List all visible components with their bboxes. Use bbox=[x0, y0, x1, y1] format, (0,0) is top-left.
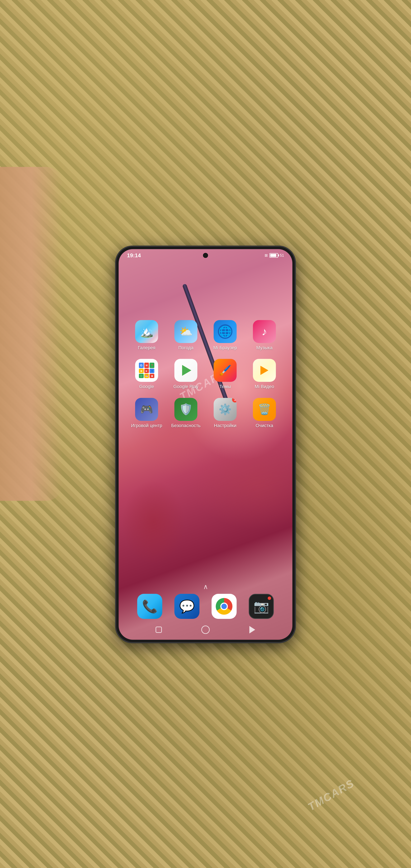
app-themes[interactable]: 🖌️ Темы bbox=[208, 359, 242, 389]
themes-symbol: 🖌️ bbox=[219, 365, 231, 376]
app-cleaner[interactable]: 🗑️ Очистка bbox=[248, 398, 281, 428]
home-icon bbox=[201, 625, 210, 634]
mi-video-icon bbox=[253, 359, 276, 382]
phone-device: TMCARS 19:14 ⊠ 51 bbox=[116, 246, 295, 643]
status-icons: ⊠ 51 bbox=[265, 253, 284, 258]
wallpaper bbox=[119, 249, 292, 640]
music-icon: ♪ bbox=[253, 320, 276, 343]
app-game-center[interactable]: 🎮 Игровой центр bbox=[130, 398, 163, 428]
game-icon: 🎮 bbox=[135, 398, 158, 421]
dock: 📞 💬 📷 bbox=[119, 594, 292, 619]
game-label: Игровой центр bbox=[131, 423, 162, 428]
settings-label: Настройки bbox=[214, 423, 236, 428]
nav-home-btn[interactable] bbox=[200, 624, 211, 636]
signal-icon: ⊠ bbox=[265, 253, 268, 258]
cleaner-label: Очистка bbox=[256, 423, 273, 428]
app-security[interactable]: 🛡️ Безопасность bbox=[169, 398, 203, 428]
chrome-dock-icon bbox=[211, 594, 237, 619]
gear-symbol: ⚙️ bbox=[219, 403, 232, 415]
battery-fill bbox=[270, 254, 276, 257]
cleaner-icon: 🗑️ bbox=[253, 398, 276, 421]
gallery-icon: 🏔️ bbox=[135, 320, 158, 343]
google-label: Google bbox=[139, 384, 154, 389]
phone-wrapper: TMCARS 19:14 ⊠ 51 bbox=[116, 246, 295, 643]
gamepad-symbol: 🎮 bbox=[140, 403, 153, 415]
nav-recents-btn[interactable] bbox=[153, 624, 165, 636]
dock-arrow: ∧ bbox=[203, 583, 208, 591]
nav-bar bbox=[119, 624, 292, 636]
play-triangle bbox=[182, 365, 191, 376]
app-row-2: G M 📍 ▦ ▶ 👤 ⬡ 📅 ◼ Google bbox=[127, 359, 284, 389]
dock-camera[interactable]: 📷 bbox=[249, 594, 274, 619]
settings-icon-container: ⚙️ 1 bbox=[214, 398, 237, 421]
play-label: Google Play bbox=[173, 384, 198, 389]
app-google[interactable]: G M 📍 ▦ ▶ 👤 ⬡ 📅 ◼ Google bbox=[130, 359, 163, 389]
weather-label: Погода bbox=[178, 345, 194, 350]
trash-symbol: 🗑️ bbox=[258, 403, 271, 415]
app-music[interactable]: ♪ Музыка bbox=[248, 320, 281, 350]
music-label: Музыка bbox=[256, 345, 272, 350]
phone-dock-icon: 📞 bbox=[137, 594, 162, 619]
battery-icon bbox=[269, 253, 278, 258]
messages-dock-icon: 💬 bbox=[174, 594, 200, 619]
nav-back-btn[interactable] bbox=[246, 624, 258, 636]
app-weather[interactable]: ⛅ Погода bbox=[169, 320, 203, 350]
mi-video-label: Mi Видео bbox=[255, 384, 274, 389]
app-settings[interactable]: ⚙️ 1 Настройки bbox=[208, 398, 242, 428]
status-time: 19:14 bbox=[127, 252, 141, 259]
dock-chrome[interactable] bbox=[211, 594, 237, 619]
app-row-3: 🎮 Игровой центр 🛡️ Безопасность ⚙️ 1 bbox=[127, 398, 284, 428]
security-label: Безопасность bbox=[171, 423, 201, 428]
security-icon: 🛡️ bbox=[174, 398, 197, 421]
hand bbox=[0, 167, 63, 501]
chrome-inner-circle bbox=[220, 602, 228, 610]
browser-label: Mi Браузер bbox=[213, 345, 237, 350]
google-apps-icon: G M 📍 ▦ ▶ 👤 ⬡ 📅 ◼ bbox=[135, 359, 158, 382]
app-mi-video[interactable]: Mi Видео bbox=[248, 359, 281, 389]
app-play[interactable]: Google Play bbox=[169, 359, 203, 389]
app-browser[interactable]: 🌐 Mi Браузер bbox=[208, 320, 242, 350]
themes-label: Темы bbox=[219, 384, 231, 389]
app-gallery[interactable]: 🏔️ Галерея bbox=[130, 320, 163, 350]
gallery-label: Галерея bbox=[138, 345, 155, 350]
app-grid: 🏔️ Галерея ⛅ Погода 🌐 Mi bbox=[119, 320, 292, 437]
dock-phone[interactable]: 📞 bbox=[137, 594, 162, 619]
play-icon bbox=[174, 359, 197, 382]
themes-icon: 🖌️ bbox=[214, 359, 237, 382]
back-icon bbox=[249, 626, 255, 633]
browser-icon: 🌐 bbox=[214, 320, 237, 343]
app-row-1: 🏔️ Галерея ⛅ Погода 🌐 Mi bbox=[127, 320, 284, 350]
recents-icon bbox=[155, 627, 162, 633]
settings-badge: 1 bbox=[232, 398, 237, 402]
phone-screen: TMCARS 19:14 ⊠ 51 bbox=[119, 249, 292, 640]
shield-symbol: 🛡️ bbox=[179, 403, 193, 416]
dock-messages[interactable]: 💬 bbox=[174, 594, 200, 619]
chrome-circle bbox=[216, 598, 232, 615]
front-camera bbox=[203, 253, 208, 258]
camera-dock-icon: 📷 bbox=[249, 594, 274, 619]
mi-video-triangle bbox=[260, 366, 268, 375]
battery-percent: 51 bbox=[280, 253, 284, 258]
camera-red-dot bbox=[268, 596, 271, 600]
weather-icon: ⛅ bbox=[174, 320, 197, 343]
music-note-symbol: ♪ bbox=[262, 325, 267, 338]
